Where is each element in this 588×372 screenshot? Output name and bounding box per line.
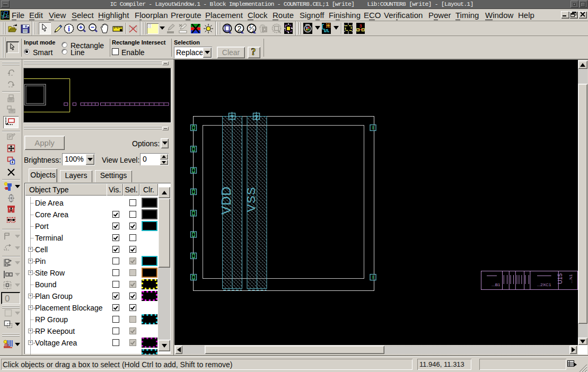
svg-text:...2XC1: ...2XC1 [537, 282, 551, 287]
svg-text:VDD: VDD [219, 186, 233, 215]
svg-text:VSS: VSS [244, 187, 258, 212]
svg-text:3: 3 [359, 23, 362, 29]
svg-text:2: 2 [238, 24, 242, 33]
svg-text:1: 1 [249, 24, 251, 29]
svg-text:U15: U15 [557, 273, 563, 284]
svg-text:?: ? [251, 47, 256, 57]
svg-text:...B1: ...B1 [492, 282, 501, 287]
svg-text:...N1: ...N1 [568, 274, 573, 283]
svg-text:i: i [68, 25, 70, 33]
